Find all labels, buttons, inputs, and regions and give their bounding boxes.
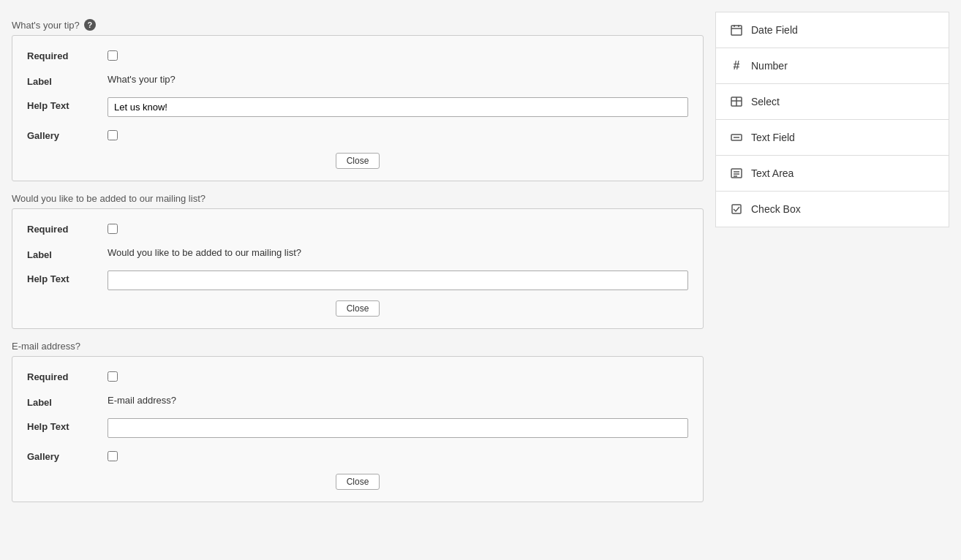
sidebar-label-date-field: Date Field <box>751 24 798 36</box>
help-text-row-mailing: Help Text <box>27 270 688 290</box>
gallery-label-tip: Gallery <box>27 127 108 141</box>
svg-rect-0 <box>731 26 742 35</box>
form-card-mailing: Required Label Would you like to be adde… <box>12 208 704 329</box>
required-row-email: Required <box>27 368 688 384</box>
gallery-row-email: Gallery <box>27 448 688 463</box>
number-icon: # <box>729 58 744 73</box>
label-row-tip: Label What's your tip? <box>27 73 688 87</box>
section-label-text-mailing: Would you like to be added to our mailin… <box>12 193 206 204</box>
text-area-icon <box>729 166 744 181</box>
sidebar-item-check-box[interactable]: Check Box <box>715 191 949 227</box>
required-label-mailing: Required <box>27 221 108 235</box>
gallery-checkbox-tip[interactable] <box>108 130 118 140</box>
date-field-icon <box>729 23 744 37</box>
help-text-content-email <box>108 418 688 438</box>
help-text-input-email[interactable] <box>108 418 688 438</box>
section-label-mailing: Would you like to be added to our mailin… <box>12 193 704 204</box>
sidebar-label-text-field: Text Field <box>751 132 795 143</box>
required-checkbox-email[interactable] <box>108 371 118 382</box>
section-label-tip: What's your tip?? <box>12 19 704 31</box>
required-label-email: Required <box>27 368 108 382</box>
sidebar-item-number[interactable]: #Number <box>715 48 949 83</box>
required-row-mailing: Required <box>27 221 688 236</box>
select-icon <box>729 94 744 109</box>
sidebar-item-text-area[interactable]: Text Area <box>715 155 949 191</box>
section-label-text-tip: What's your tip? <box>12 20 80 31</box>
required-checkbox-mailing[interactable] <box>108 224 118 234</box>
help-text-row-email: Help Text <box>27 418 688 438</box>
sidebar-label-select: Select <box>751 96 780 107</box>
label-content-tip: What's your tip? <box>108 73 688 85</box>
help-text-content-mailing <box>108 270 688 290</box>
required-checkbox-tip[interactable] <box>108 50 118 61</box>
gallery-content-tip <box>108 127 688 143</box>
required-label-tip: Required <box>27 48 108 61</box>
label-row-mailing: Label Would you like to be added to our … <box>27 246 688 260</box>
close-row-mailing: Close <box>27 300 688 317</box>
check-box-icon <box>729 202 744 216</box>
section-label-text-email: E-mail address? <box>12 341 80 352</box>
gallery-content-email <box>108 448 688 463</box>
close-row-tip: Close <box>27 153 688 169</box>
required-content-tip <box>108 48 688 63</box>
gallery-row-tip: Gallery <box>27 127 688 143</box>
help-text-label-tip: Help Text <box>27 97 108 111</box>
label-content-mailing: Would you like to be added to our mailin… <box>108 246 688 258</box>
sidebar-item-date-field[interactable]: Date Field <box>715 12 949 48</box>
sidebar-label-number: Number <box>751 60 788 72</box>
svg-rect-13 <box>732 205 741 213</box>
label-content-email: E-mail address? <box>108 394 688 406</box>
close-button-email[interactable]: Close <box>336 474 380 490</box>
sidebar-items-container: Date Field#Number Select Text Field Text… <box>715 12 949 227</box>
help-text-label-email: Help Text <box>27 418 108 432</box>
sidebar-item-text-field[interactable]: Text Field <box>715 119 949 155</box>
label-value-mailing: Would you like to be added to our mailin… <box>108 244 301 258</box>
label-field-label-tip: Label <box>27 73 108 87</box>
label-row-email: Label E-mail address? <box>27 394 688 408</box>
sidebar-label-check-box: Check Box <box>751 203 801 215</box>
close-button-tip[interactable]: Close <box>336 153 380 169</box>
sidebar-item-select[interactable]: Select <box>715 83 949 119</box>
main-content: What's your tip?? Required Label What's … <box>12 12 715 548</box>
required-row-tip: Required <box>27 48 688 63</box>
gallery-label-email: Gallery <box>27 448 108 462</box>
label-value-tip: What's your tip? <box>108 71 176 85</box>
form-card-email: Required Label E-mail address? Help Text… <box>12 356 704 502</box>
help-text-content-tip <box>108 97 688 117</box>
label-field-label-mailing: Label <box>27 246 108 260</box>
required-content-email <box>108 368 688 384</box>
text-field-icon <box>729 130 744 145</box>
label-field-label-email: Label <box>27 394 108 408</box>
label-value-email: E-mail address? <box>108 392 176 406</box>
section-label-email: E-mail address? <box>12 341 704 352</box>
sidebar-label-text-area: Text Area <box>751 167 794 179</box>
close-row-email: Close <box>27 474 688 490</box>
help-text-input-mailing[interactable] <box>108 270 688 290</box>
required-content-mailing <box>108 221 688 236</box>
help-text-input-tip[interactable] <box>108 97 688 117</box>
help-icon-tip[interactable]: ? <box>84 19 96 31</box>
form-sections-container: What's your tip?? Required Label What's … <box>12 19 704 502</box>
help-text-label-mailing: Help Text <box>27 270 108 284</box>
help-text-row-tip: Help Text <box>27 97 688 117</box>
gallery-checkbox-email[interactable] <box>108 451 118 461</box>
form-card-tip: Required Label What's your tip? Help Tex… <box>12 35 704 181</box>
sidebar: Date Field#Number Select Text Field Text… <box>715 12 949 548</box>
close-button-mailing[interactable]: Close <box>336 300 380 317</box>
